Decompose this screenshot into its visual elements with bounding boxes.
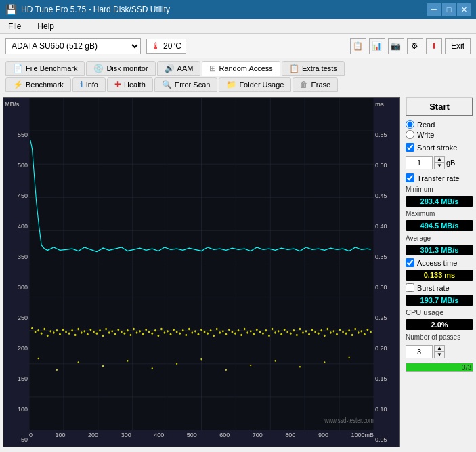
svg-point-36 xyxy=(71,329,73,331)
x-label-200: 200 xyxy=(88,432,98,438)
svg-point-100 xyxy=(268,335,270,337)
benchmark-icon: ⚡ xyxy=(13,80,23,89)
svg-point-67 xyxy=(167,330,169,332)
y-label-350: 350 xyxy=(5,253,28,260)
short-stroke-checkbox[interactable] xyxy=(406,143,414,152)
transfer-rate-label: Transfer rate xyxy=(417,174,460,182)
maximum-value: 494.5 MB/s xyxy=(406,220,473,231)
access-time-check[interactable]: Access time xyxy=(406,258,473,267)
svg-point-40 xyxy=(83,330,85,332)
svg-point-79 xyxy=(204,331,206,333)
stroke-value-input[interactable] xyxy=(406,156,433,169)
svg-point-119 xyxy=(326,328,328,330)
average-label: Average xyxy=(406,234,473,242)
stroke-control: ▲ ▼ gB xyxy=(406,156,473,169)
radio-group-readwrite: Read Write xyxy=(406,119,473,140)
svg-point-33 xyxy=(62,329,64,331)
minimize-button[interactable]: ─ xyxy=(427,3,441,16)
svg-point-118 xyxy=(324,335,326,337)
svg-point-125 xyxy=(345,332,347,334)
minimum-value-text: 283.4 MB/s xyxy=(420,197,459,205)
svg-point-96 xyxy=(256,329,258,331)
transfer-rate-check[interactable]: Transfer rate xyxy=(406,173,473,182)
close-button[interactable]: ✕ xyxy=(457,3,471,16)
radio-write[interactable]: Write xyxy=(406,130,473,139)
svg-point-45 xyxy=(99,329,101,331)
y-label-200: 200 xyxy=(5,345,28,352)
icon-btn-4[interactable]: ⚙ xyxy=(407,38,423,54)
tab-erase[interactable]: 🗑 Erase xyxy=(293,77,338,92)
tab-info-label: Info xyxy=(86,81,98,89)
tab-file-benchmark[interactable]: 📄 File Benchmark xyxy=(5,61,85,76)
stroke-up-button[interactable]: ▲ xyxy=(434,156,445,163)
x-label-0: 0 xyxy=(29,432,33,438)
short-stroke-check[interactable]: Short stroke xyxy=(406,143,473,152)
svg-point-90 xyxy=(238,329,240,331)
icon-btn-5[interactable]: ⬇ xyxy=(426,38,442,54)
tab-folder-usage[interactable]: 📁 Folder Usage xyxy=(219,77,291,92)
svg-point-132 xyxy=(367,329,369,331)
svg-point-52 xyxy=(121,331,123,333)
tab-aam[interactable]: 🔊 AAM xyxy=(157,61,201,76)
stroke-down-button[interactable]: ▼ xyxy=(434,163,445,169)
icon-btn-3[interactable]: 📷 xyxy=(388,38,404,54)
transfer-rate-checkbox[interactable] xyxy=(406,173,414,182)
radio-write-input[interactable] xyxy=(406,130,414,139)
svg-point-114 xyxy=(311,329,313,331)
icon-btn-2[interactable]: 📊 xyxy=(369,38,385,54)
toolbar: ADATA SU650 (512 gB) 🌡 20°C 📋 📊 📷 ⚙ ⬇ Ex… xyxy=(0,34,476,58)
menu-file[interactable]: File xyxy=(5,21,24,32)
menu-help[interactable]: Help xyxy=(35,21,57,32)
passes-spin: ▲ ▼ xyxy=(434,345,445,358)
exit-button[interactable]: Exit xyxy=(445,38,471,54)
thermometer-icon: 🌡 xyxy=(151,41,160,52)
drive-select[interactable]: ADATA SU650 (512 gB) xyxy=(5,38,141,54)
svg-point-26 xyxy=(41,332,43,334)
tab-error-scan-label: Error Scan xyxy=(175,81,211,89)
short-stroke-label: Short stroke xyxy=(417,144,457,152)
svg-point-98 xyxy=(262,332,264,334)
svg-point-115 xyxy=(314,331,316,333)
minimum-label: Minimum xyxy=(406,186,473,193)
passes-up-button[interactable]: ▲ xyxy=(434,345,445,352)
access-time-label: Access time xyxy=(417,259,457,267)
start-button[interactable]: Start xyxy=(406,97,473,116)
x-label-500: 500 xyxy=(187,432,197,438)
burst-rate-check[interactable]: Burst rate xyxy=(406,283,473,292)
svg-point-94 xyxy=(250,330,252,332)
tab-random-access[interactable]: ⊞ Random Access xyxy=(202,61,280,76)
radio-write-label: Write xyxy=(417,131,434,139)
passes-down-button[interactable]: ▼ xyxy=(434,352,445,358)
radio-read-input[interactable] xyxy=(406,120,414,129)
tab-health[interactable]: ✚ Health xyxy=(107,77,153,92)
tab-benchmark[interactable]: ⚡ Benchmark xyxy=(5,77,71,92)
access-time-checkbox[interactable] xyxy=(406,258,414,267)
tab-disk-monitor[interactable]: 💿 Disk monitor xyxy=(86,61,155,76)
svg-point-122 xyxy=(336,333,338,335)
svg-point-131 xyxy=(364,333,366,335)
x-label-400: 400 xyxy=(154,432,164,438)
chart-svg: www.ssd-tester.com.au xyxy=(29,98,374,430)
svg-point-66 xyxy=(164,331,166,333)
svg-point-84 xyxy=(219,331,221,333)
burst-rate-checkbox[interactable] xyxy=(406,283,414,292)
radio-read[interactable]: Read xyxy=(406,120,473,129)
tab-info[interactable]: ℹ Info xyxy=(72,77,106,92)
svg-point-93 xyxy=(246,331,248,333)
tab-error-scan[interactable]: 🔍 Error Scan xyxy=(154,77,218,92)
title-bar-left: 💾 HD Tune Pro 5.75 - Hard Disk/SSD Utili… xyxy=(5,4,170,15)
y-label-400: 400 xyxy=(5,223,28,230)
cpu-usage-value: 2.0% xyxy=(406,319,473,330)
x-axis: 0 100 200 300 400 500 600 700 800 900 10… xyxy=(29,430,374,447)
disk-monitor-icon: 💿 xyxy=(93,64,104,73)
extra-tests-icon: 📋 xyxy=(289,64,299,73)
svg-point-97 xyxy=(259,331,261,333)
tab-aam-label: AAM xyxy=(177,64,194,73)
temperature-display: 🌡 20°C xyxy=(146,39,186,54)
y-label-550: 550 xyxy=(5,131,28,138)
maximize-button[interactable]: □ xyxy=(442,3,456,16)
icon-btn-1[interactable]: 📋 xyxy=(350,38,366,54)
svg-point-104 xyxy=(280,333,282,335)
tab-extra-tests[interactable]: 📋 Extra tests xyxy=(282,61,345,76)
passes-value-input[interactable] xyxy=(406,345,433,358)
